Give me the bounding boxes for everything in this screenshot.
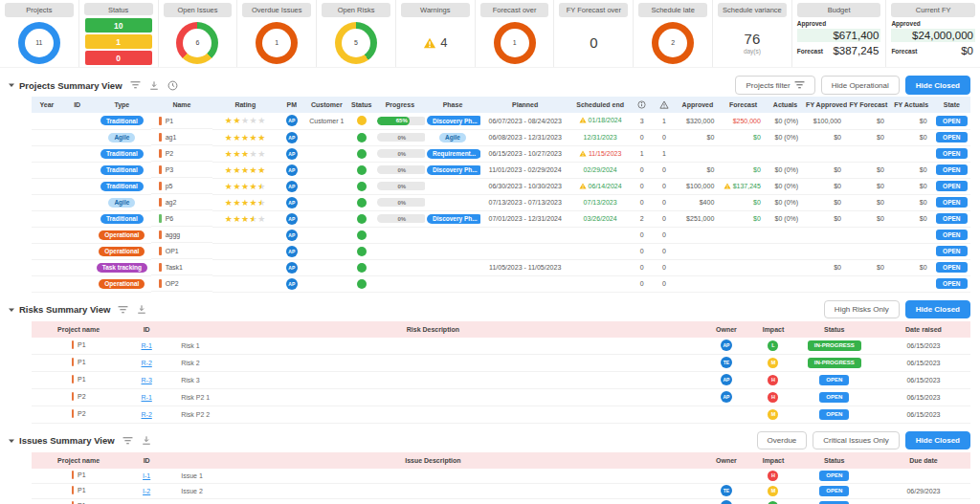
cell-approved: $100,000 <box>676 178 721 194</box>
cell-year <box>32 259 62 275</box>
status-badge[interactable]: OPEN <box>819 409 849 420</box>
clock-icon[interactable] <box>167 80 178 91</box>
state-badge[interactable]: OPEN <box>936 132 967 142</box>
status-badge[interactable]: OPEN <box>819 501 849 504</box>
cell-progress <box>375 227 425 243</box>
state-badge[interactable]: OPEN <box>936 116 967 126</box>
cell-owner <box>699 469 755 484</box>
cell-approved <box>676 259 721 275</box>
cell-rating: ★★★★★ <box>212 145 278 162</box>
status-badge[interactable]: OPEN <box>819 375 849 385</box>
filter-icon[interactable] <box>122 436 133 446</box>
state-badge[interactable]: OPEN <box>936 278 967 289</box>
status-indicator <box>357 279 367 289</box>
rating-stars: ★★★★★ <box>225 200 266 207</box>
item-id-link[interactable]: R-2 <box>142 360 152 366</box>
cell-impact: H <box>754 469 791 484</box>
item-id-link[interactable]: R-3 <box>142 377 152 383</box>
cell-year <box>32 178 62 194</box>
filter-icon[interactable] <box>118 305 128 315</box>
status-badge[interactable]: OPEN <box>819 486 849 496</box>
cell-rating <box>212 275 278 292</box>
state-badge[interactable]: OPEN <box>936 197 967 208</box>
type-pill: Operational <box>99 247 145 256</box>
hide-closed-button[interactable]: Hide Closed <box>905 431 970 449</box>
state-badge[interactable]: OPEN <box>936 213 967 224</box>
cell-id <box>62 243 93 259</box>
project-name: aggg <box>166 231 181 238</box>
state-badge[interactable]: OPEN <box>936 181 967 191</box>
download-icon[interactable] <box>142 435 151 446</box>
cell-sched <box>569 243 631 259</box>
table-row: P1R-1Risk 1APLIN-PROGRESS06/15/2023 <box>32 338 970 355</box>
money-values: Approved$671,400Forecast$387,245 <box>797 20 881 57</box>
status-badge[interactable]: IN-PROGRESS <box>808 340 861 351</box>
star-icon: ★ <box>241 198 250 208</box>
filter-icon[interactable] <box>130 80 141 90</box>
project-name: P2 <box>166 150 174 157</box>
avatar: AP <box>286 115 298 126</box>
rating-stars: ★★★★★ <box>225 216 266 223</box>
phase-pill: Requirement... <box>427 149 480 159</box>
cell-id: I-3 <box>125 498 167 504</box>
cell-sched: 02/29/2024 <box>569 162 631 178</box>
cell-approved: $0 <box>676 162 721 178</box>
cell-warn: 0 <box>653 259 675 275</box>
item-id-link[interactable]: R-2 <box>142 411 152 418</box>
col-approved: Approved <box>676 97 721 113</box>
item-id-link[interactable]: I-2 <box>143 488 150 494</box>
hide-closed-button[interactable]: Hide Closed <box>905 76 970 95</box>
cell-rating <box>212 259 278 275</box>
issues-toolbar: OverdueCritical Issues OnlyHide Closed <box>757 431 970 449</box>
phase-pill: Discovery Ph... <box>427 165 480 175</box>
cell-warn: 0 <box>653 210 675 227</box>
status-indicator <box>357 247 367 256</box>
collapse-caret-icon[interactable] <box>8 437 15 445</box>
health-bar <box>72 471 75 479</box>
hide-operational-button[interactable]: Hide Operational <box>821 76 900 95</box>
health-bar <box>159 133 162 142</box>
section-title: Issues Summary View <box>19 435 115 446</box>
item-id-link[interactable]: I-1 <box>143 472 150 479</box>
hide-closed-button[interactable]: Hide Closed <box>905 300 970 318</box>
download-icon[interactable] <box>137 304 146 315</box>
health-bar <box>72 409 75 418</box>
cell-info: 0 <box>631 259 653 275</box>
cell-status: OPEN <box>792 405 877 423</box>
state-badge[interactable]: OPEN <box>936 164 967 175</box>
state-badge[interactable]: OPEN <box>936 246 967 256</box>
overdue-button[interactable]: Overdue <box>757 431 808 449</box>
collapse-caret-icon[interactable] <box>8 306 15 314</box>
item-id-link[interactable]: R-1 <box>142 394 152 401</box>
cell-fy_forecast: $0 <box>847 129 890 145</box>
state-badge[interactable]: OPEN <box>936 230 967 240</box>
state-badge[interactable]: OPEN <box>936 148 967 159</box>
download-icon[interactable] <box>149 80 159 91</box>
cell-status <box>348 243 375 259</box>
cell-actuals <box>767 275 804 292</box>
money-value: $387,245 <box>823 44 880 57</box>
cell-progress: 0% <box>375 210 425 227</box>
high-risks-only-button[interactable]: High Risks Only <box>824 300 900 318</box>
status-badge[interactable]: IN-PROGRESS <box>808 358 861 368</box>
critical-issues-only-button[interactable]: Critical Issues Only <box>813 431 899 449</box>
cell-customer: Customer 1 <box>305 113 348 129</box>
collapse-caret-icon[interactable] <box>8 81 15 89</box>
status-indicator <box>357 198 367 208</box>
header-row: Project nameIDIssue DescriptionOwnerImpa… <box>32 452 970 469</box>
cell-id: R-2 <box>125 354 167 371</box>
projects-filter-button[interactable]: Projects filter <box>735 76 814 95</box>
star-icon: ★ <box>233 116 241 125</box>
status-badge[interactable]: OPEN <box>819 471 849 481</box>
money-values: Approved$24,000,000Forecast$0 <box>891 20 975 57</box>
cell-status <box>348 129 375 145</box>
donut-value: 5 <box>342 29 370 57</box>
status-badge[interactable]: OPEN <box>819 392 849 403</box>
col-fy-approved: FY Approved <box>804 97 847 113</box>
state-badge[interactable]: OPEN <box>936 262 967 273</box>
cell-id <box>62 162 93 178</box>
table-row: P1I-3Issue 3APLOPEN <box>32 498 970 504</box>
cell-fy_forecast: $0 <box>847 162 890 178</box>
item-id-link[interactable]: R-1 <box>142 342 152 349</box>
cell-progress: 0% <box>375 145 425 162</box>
